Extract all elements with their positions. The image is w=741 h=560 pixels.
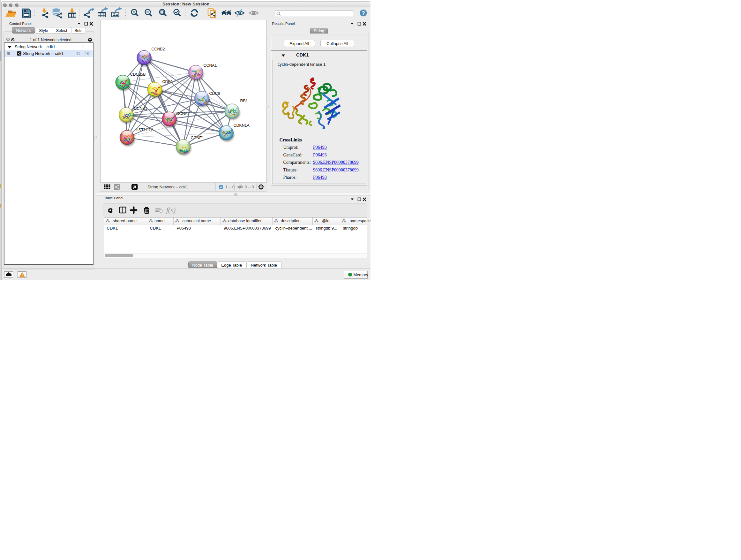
svg-text:CCNB2: CCNB2 [151,47,165,51]
svg-text:0 – 0: 0 – 0 [245,185,254,189]
svg-text:CCNB1: CCNB1 [134,106,147,111]
svg-text:HIST1H1A: HIST1H1A [134,127,153,132]
svg-text:String Network – cdk1: String Network – cdk1 [147,185,188,189]
svg-text:CDC25B: CDC25B [130,72,145,77]
svg-text:CCNE1: CCNE1 [191,136,204,140]
svg-text:CDKN1A: CDKN1A [233,123,250,127]
svg-text:RB1: RB1 [240,99,248,103]
svg-text:1 – 0: 1 – 0 [225,185,234,189]
svg-text:CDC6: CDC6 [209,91,220,96]
svg-text:CCNA2: CCNA2 [176,111,190,116]
svg-text:CDK1: CDK1 [162,79,173,84]
svg-text:?: ? [361,10,365,16]
svg-text:f(x): f(x) [166,206,176,214]
svg-text:CCNA1: CCNA1 [203,63,217,68]
